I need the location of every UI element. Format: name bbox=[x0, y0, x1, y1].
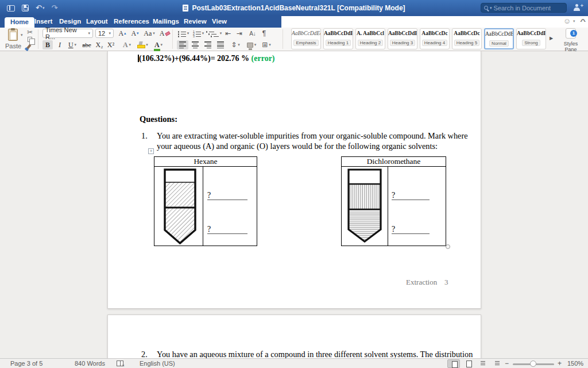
style-emphasis[interactable]: AaBbCcDdEe Emphasis bbox=[291, 28, 321, 49]
hexane-table[interactable]: Hexane bbox=[154, 156, 257, 246]
draft-view-icon[interactable] bbox=[491, 359, 504, 368]
zoom-slider-thumb[interactable] bbox=[530, 361, 536, 367]
style-heading-4[interactable]: AaBbCcDc Heading 4 bbox=[420, 28, 450, 49]
bullets-button[interactable]: ▾ bbox=[177, 29, 189, 38]
font-color-label: A bbox=[154, 41, 160, 49]
font-size-select[interactable]: 12▾ bbox=[95, 29, 114, 38]
collapse-ribbon-icon[interactable]: ^ bbox=[580, 18, 586, 25]
paragraph-mark-icon[interactable]: ¶ bbox=[260, 29, 269, 38]
ribbon-home: ▾ Paste ✂ Times New R...▾ 12▾ A▴ A▾ Aa▾ … bbox=[0, 28, 588, 51]
align-left-icon bbox=[179, 40, 186, 49]
style-label: Heading 2 bbox=[358, 40, 383, 46]
table-resize-handle[interactable] bbox=[446, 244, 450, 249]
question-1-line-2: your aqueous (A) and organic (O) layers … bbox=[157, 141, 438, 151]
bullets-caret-icon: ▾ bbox=[187, 31, 189, 36]
grow-font-button[interactable]: A▴ bbox=[117, 29, 128, 38]
language-indicator[interactable]: English (US) bbox=[140, 360, 175, 367]
align-right-icon bbox=[204, 40, 211, 49]
zoom-in-icon[interactable]: + bbox=[558, 359, 562, 367]
style-sample: AaBbCcDdEe bbox=[292, 30, 320, 36]
tab-references[interactable]: References bbox=[114, 18, 149, 25]
numbering-button[interactable]: ▾ bbox=[192, 29, 204, 38]
font-color-button[interactable]: A▾ bbox=[152, 40, 165, 49]
undo-caret-icon[interactable]: ▾ bbox=[42, 6, 45, 10]
align-right-button[interactable] bbox=[202, 40, 214, 49]
copy-icon[interactable] bbox=[28, 37, 32, 42]
decrease-indent-icon[interactable]: ⇤ bbox=[223, 29, 233, 38]
style-heading-2[interactable]: A. AaBbCcl Heading 2 bbox=[355, 28, 385, 49]
tab-view[interactable]: View bbox=[212, 18, 227, 25]
answer-blank[interactable]: ? bbox=[392, 225, 430, 234]
save-icon[interactable] bbox=[22, 5, 29, 12]
font-name-select[interactable]: Times New R...▾ bbox=[42, 29, 93, 38]
style-heading-1[interactable]: AaBbCcDdE Heading 1 bbox=[323, 28, 353, 49]
text-effects-button[interactable]: A▾ bbox=[121, 40, 133, 49]
style-normal[interactable]: AaBbCcDdE Normal bbox=[484, 28, 514, 49]
superscript-button[interactable]: X² bbox=[106, 40, 116, 49]
styles-gallery-expand-icon[interactable]: ▶ bbox=[550, 36, 553, 41]
subscript-button[interactable]: X₂ bbox=[94, 40, 105, 49]
shrink-font-label: A bbox=[131, 29, 136, 38]
page-3[interactable]: (106.32%)+(96.44%)= 202.76 % (error) Que… bbox=[107, 51, 481, 309]
borders-icon: ⊞ bbox=[262, 41, 268, 49]
paste-caret-icon[interactable]: ▾ bbox=[21, 33, 23, 37]
feedback-smiley-icon[interactable]: ☺ bbox=[563, 17, 571, 25]
print-layout-view-icon[interactable] bbox=[447, 359, 460, 368]
tab-insert[interactable]: Insert bbox=[34, 18, 52, 25]
share-person-icon[interactable]: + bbox=[574, 4, 583, 12]
search-caret-icon[interactable]: ▾ bbox=[490, 6, 492, 10]
table-move-handle-icon[interactable]: + bbox=[148, 148, 154, 154]
answer-blank[interactable]: ? bbox=[392, 191, 430, 200]
sort-icon[interactable]: A↓ bbox=[247, 29, 258, 38]
change-case-label: Aa bbox=[144, 29, 152, 38]
change-case-button[interactable]: Aa▾ bbox=[142, 29, 156, 38]
align-center-button[interactable] bbox=[189, 40, 201, 49]
word-count-indicator[interactable]: 840 Words bbox=[75, 360, 105, 367]
window-layout-icon[interactable] bbox=[7, 5, 15, 12]
format-painter-icon[interactable] bbox=[26, 44, 32, 49]
page-count-indicator[interactable]: Page 3 of 5 bbox=[10, 360, 42, 367]
style-heading-5[interactable]: AaBbCcDc Heading 5 bbox=[452, 28, 482, 49]
shrink-font-button[interactable]: A▾ bbox=[129, 29, 141, 38]
align-left-button[interactable] bbox=[177, 40, 188, 49]
answer-blank[interactable]: ? bbox=[207, 225, 247, 234]
answer-blank[interactable]: ? bbox=[207, 191, 247, 200]
highlighter-icon bbox=[137, 41, 145, 48]
strikethrough-button[interactable]: abc bbox=[80, 40, 93, 49]
underline-button[interactable]: U▾ bbox=[65, 40, 79, 49]
styles-pane-button[interactable]: 1 Styles Pane bbox=[558, 28, 584, 52]
tab-design[interactable]: Design bbox=[59, 18, 81, 25]
justify-button[interactable] bbox=[215, 40, 226, 49]
outline-view-icon[interactable] bbox=[477, 359, 489, 368]
shading-button[interactable]: ▾ bbox=[245, 40, 258, 49]
style-strong[interactable]: AaBbCcDdE Strong bbox=[516, 28, 546, 49]
zoom-level[interactable]: 150% bbox=[567, 360, 583, 367]
document-canvas[interactable]: (106.32%)+(96.44%)= 202.76 % (error) Que… bbox=[0, 51, 588, 358]
dcm-answer-cell[interactable]: ? ? bbox=[388, 167, 446, 246]
web-layout-view-icon[interactable] bbox=[462, 359, 475, 368]
multilevel-list-button[interactable]: ▾ bbox=[207, 29, 220, 38]
tab-mailings[interactable]: Mailings bbox=[153, 18, 179, 25]
clear-formatting-button[interactable]: A bbox=[158, 29, 171, 38]
text-effects-label: A bbox=[123, 41, 128, 49]
tab-home[interactable]: Home bbox=[5, 17, 34, 28]
hexane-answer-cell[interactable]: ? ? bbox=[203, 167, 257, 246]
bold-button[interactable]: B bbox=[42, 40, 53, 49]
increase-indent-icon[interactable]: ⇥ bbox=[234, 29, 245, 38]
borders-button[interactable]: ⊞▾ bbox=[260, 40, 273, 49]
tab-review[interactable]: Review bbox=[184, 18, 207, 25]
line-spacing-button[interactable]: ⇕▾ bbox=[229, 40, 242, 49]
page-4[interactable]: 2. You have an aqueous mixture of a comp… bbox=[107, 315, 481, 358]
redo-icon[interactable]: ↷ bbox=[51, 4, 57, 12]
tab-layout[interactable]: Layout bbox=[86, 18, 108, 25]
dichloromethane-table[interactable]: Dichloromethane bbox=[341, 156, 446, 246]
search-box[interactable]: ▾ Search in Document bbox=[481, 3, 567, 13]
smiley-caret-icon[interactable]: ▾ bbox=[573, 19, 575, 24]
cut-icon[interactable]: ✂ bbox=[27, 28, 33, 36]
spellcheck-icon[interactable] bbox=[117, 361, 123, 366]
italic-button[interactable]: I bbox=[55, 40, 64, 49]
zoom-out-icon[interactable]: − bbox=[505, 359, 509, 367]
style-heading-3[interactable]: AaBbCcDdE Heading 3 bbox=[388, 28, 417, 49]
undo-button[interactable]: ↶▾ bbox=[36, 4, 44, 12]
highlight-button[interactable]: ▾ bbox=[136, 40, 149, 49]
